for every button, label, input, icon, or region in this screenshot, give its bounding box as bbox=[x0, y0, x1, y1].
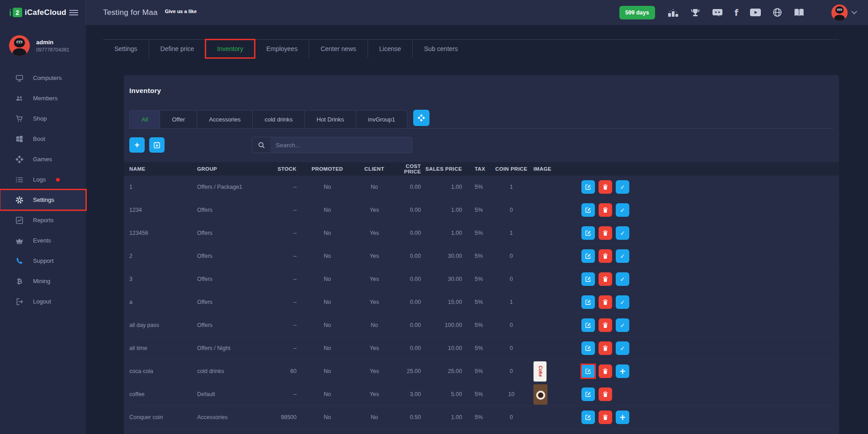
edit-button[interactable] bbox=[581, 249, 595, 263]
table-row: 1234 Offers – No Yes 0.00 1.00 5% 0 ✓ bbox=[129, 199, 834, 222]
tab-inventory[interactable]: Inventory bbox=[206, 40, 255, 58]
delete-button[interactable] bbox=[599, 411, 612, 424]
plus-button[interactable]: + bbox=[616, 364, 629, 378]
check-button[interactable]: ✓ bbox=[616, 249, 629, 263]
delete-button[interactable] bbox=[599, 180, 612, 194]
cell-name: all day pass bbox=[129, 322, 197, 328]
delete-button[interactable] bbox=[599, 272, 612, 286]
table-row: all day pass Offers – No No 0.00 100.00 … bbox=[129, 314, 834, 337]
account-menu[interactable] bbox=[831, 5, 856, 21]
cell-cost-price: 0.00 bbox=[393, 184, 424, 190]
edit-button[interactable] bbox=[581, 341, 595, 355]
computers-icon bbox=[15, 74, 24, 82]
tab-center-news[interactable]: Center news bbox=[309, 40, 368, 58]
plus-button[interactable]: + bbox=[616, 411, 629, 424]
sidebar-item-members[interactable]: Members bbox=[0, 88, 86, 108]
edit-icon bbox=[585, 345, 591, 351]
globe-icon[interactable] bbox=[773, 8, 782, 17]
tab-employees[interactable]: Employees bbox=[255, 40, 309, 58]
user-avatar[interactable] bbox=[9, 35, 30, 56]
edit-button[interactable] bbox=[581, 272, 595, 286]
delete-button[interactable] bbox=[599, 203, 612, 217]
chevron-down-icon bbox=[851, 9, 857, 14]
delete-button[interactable] bbox=[599, 295, 612, 309]
add-item-button[interactable]: + bbox=[129, 137, 145, 153]
check-button[interactable]: ✓ bbox=[616, 180, 629, 194]
check-button[interactable]: ✓ bbox=[616, 203, 629, 217]
table-row: coca cola cold drinks 60 No Yes 25.00 25… bbox=[129, 360, 834, 383]
delete-button[interactable] bbox=[599, 341, 612, 355]
col-header-client: CLIENT bbox=[355, 166, 393, 172]
sidebar-item-computers[interactable]: Computers bbox=[0, 68, 86, 88]
tab-define-price[interactable]: Define price bbox=[149, 40, 206, 58]
check-button[interactable]: ✓ bbox=[616, 226, 629, 240]
manage-groups-button[interactable] bbox=[413, 110, 429, 126]
delete-button[interactable] bbox=[599, 249, 612, 263]
check-button[interactable]: ✓ bbox=[616, 341, 629, 355]
give-us-a-like-link[interactable]: Give us a like bbox=[165, 9, 197, 14]
check-button[interactable]: ✓ bbox=[616, 272, 629, 286]
tab-sub-centers[interactable]: Sub centers bbox=[413, 40, 469, 58]
group-tab-offer[interactable]: Offer bbox=[160, 110, 197, 128]
youtube-icon[interactable] bbox=[750, 9, 761, 16]
facebook-icon[interactable]: f bbox=[735, 8, 738, 18]
table-row: coffee Default – No Yes 3.00 5.00 5% 10 bbox=[129, 383, 834, 406]
table-row: 2 Offers – No Yes 0.00 30.00 5% 0 ✓ bbox=[129, 245, 834, 268]
add-schedule-button[interactable] bbox=[149, 137, 165, 153]
group-tab-cold-drinks[interactable]: cold drinks bbox=[252, 110, 305, 128]
ranking-icon[interactable] bbox=[668, 8, 679, 17]
plus-icon: + bbox=[134, 140, 139, 149]
app-logo[interactable]: i 2 iCafeCloud bbox=[9, 7, 66, 18]
days-remaining-badge[interactable]: 599 days bbox=[619, 6, 655, 19]
group-tab-accessories[interactable]: Accessories bbox=[197, 110, 253, 128]
delete-button[interactable] bbox=[599, 387, 612, 401]
sidebar-item-boot[interactable]: Boot bbox=[0, 129, 86, 149]
edit-button[interactable] bbox=[581, 387, 595, 401]
cell-group: Offers bbox=[197, 276, 260, 282]
sidebar-item-reports[interactable]: Reports bbox=[0, 210, 86, 230]
tab-settings[interactable]: Settings bbox=[103, 40, 149, 58]
edit-button[interactable] bbox=[581, 318, 595, 332]
edit-button[interactable] bbox=[581, 226, 595, 240]
cell-group: Offers / Night bbox=[197, 345, 260, 351]
menu-toggle-icon[interactable] bbox=[69, 9, 78, 17]
sidebar-item-settings[interactable]: Settings bbox=[0, 190, 86, 210]
sidebar-item-shop[interactable]: Shop bbox=[0, 108, 86, 129]
guide-book-icon[interactable] bbox=[794, 8, 804, 17]
edit-button[interactable] bbox=[581, 180, 595, 194]
sidebar-item-mining[interactable]: ₿ Mining bbox=[0, 271, 86, 291]
tab-license[interactable]: License bbox=[368, 40, 413, 58]
check-button[interactable]: ✓ bbox=[616, 295, 629, 309]
cell-client: No bbox=[355, 322, 393, 328]
edit-icon bbox=[585, 299, 591, 305]
edit-button[interactable] bbox=[581, 203, 595, 217]
delete-button[interactable] bbox=[599, 364, 612, 378]
sidebar-item-games[interactable]: Games bbox=[0, 149, 86, 169]
col-header-stock: STOCK bbox=[260, 166, 299, 172]
table-row: 123456 Offers – No Yes 0.00 1.00 5% 1 ✓ bbox=[129, 222, 834, 245]
cell-name: 2 bbox=[129, 253, 197, 259]
col-header-image: IMAGE bbox=[530, 166, 573, 172]
group-tab-hot-drinks[interactable]: Hot Drinks bbox=[304, 110, 356, 128]
edit-button[interactable] bbox=[581, 411, 595, 424]
sidebar-item-support[interactable]: Support bbox=[0, 251, 86, 271]
cell-group: Offers bbox=[197, 253, 260, 259]
edit-button[interactable] bbox=[581, 364, 595, 378]
cell-name: 1 bbox=[129, 184, 197, 190]
edit-button[interactable] bbox=[581, 295, 595, 309]
check-button[interactable]: ✓ bbox=[616, 318, 629, 332]
trophy-icon[interactable] bbox=[690, 8, 700, 17]
sidebar-item-logs[interactable]: Logs bbox=[0, 169, 86, 190]
sidebar-item-events[interactable]: Events bbox=[0, 230, 86, 251]
edit-icon bbox=[585, 414, 591, 420]
cell-stock: – bbox=[260, 276, 299, 282]
delete-button[interactable] bbox=[599, 318, 612, 332]
group-tab-all[interactable]: All bbox=[129, 110, 160, 128]
logs-alert-dot bbox=[56, 178, 60, 182]
discord-icon[interactable] bbox=[712, 9, 723, 17]
sidebar-item-logout[interactable]: Logout bbox=[0, 291, 86, 312]
delete-button[interactable] bbox=[599, 226, 612, 240]
plus-icon: + bbox=[619, 413, 626, 422]
search-input[interactable] bbox=[270, 137, 412, 153]
group-tab-invgroup1[interactable]: invGroup1 bbox=[356, 110, 407, 128]
